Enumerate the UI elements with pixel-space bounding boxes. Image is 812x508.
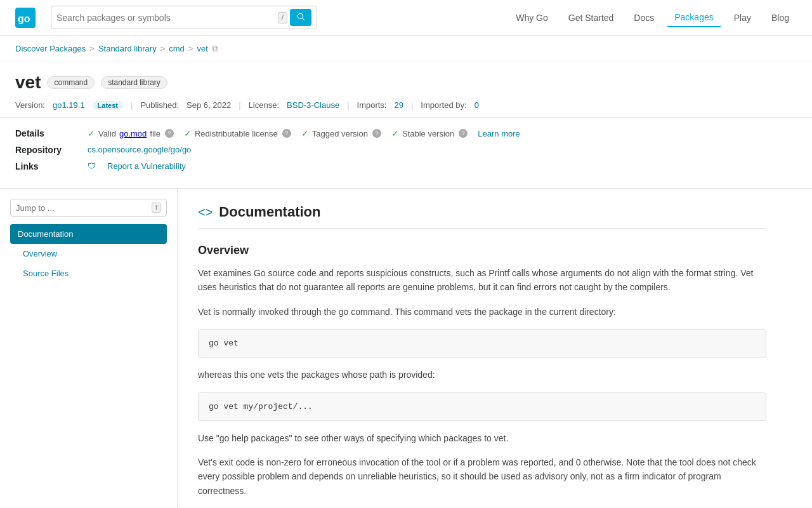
version-label: Version: [15,100,45,110]
breadcrumb-vet[interactable]: vet [197,44,207,53]
details-section: Details ✓ Valid go.mod file ? ✓ Redistri… [0,118,812,189]
search-input[interactable] [56,13,275,23]
search-icon [296,12,305,21]
shield-icon: 🛡 [88,161,96,171]
repository-link[interactable]: cs.opensource.google/go/go [88,145,191,154]
stable-version-item: ✓ Stable version ? [391,128,468,138]
latest-badge: Latest [93,101,123,110]
nav-blog[interactable]: Blog [764,9,797,27]
breadcrumb-sep-3: > [188,44,193,53]
package-title-row: vet command standard library [15,72,797,93]
tagged-version-item: ✓ Tagged version ? [301,128,381,138]
license-link[interactable]: BSD-3-Clause [287,100,339,110]
check-icon-stable: ✓ [391,128,399,138]
stable-version-text: Stable version [402,129,454,138]
gomod-link[interactable]: go.mod [119,129,147,138]
package-name: vet [15,72,41,93]
stdlib-badge: standard library [101,76,167,89]
tagged-version-text: Tagged version [312,129,368,138]
file-label: file [150,129,160,138]
check-icon-tagged: ✓ [301,128,309,138]
package-meta: Version: go1.19.1 Latest | Published: Se… [15,100,797,110]
sidebar-documentation-section: Documentation Overview [10,224,167,262]
doc-content: <> Documentation Overview Vet examines G… [178,189,787,508]
check-icon-gomod: ✓ [88,128,95,138]
main-content: f Documentation Overview Source Files <>… [0,189,812,508]
code-block-1: go vet [198,329,766,358]
doc-paragraph-2: Vet is normally invoked through the go c… [198,305,766,319]
sidebar-documentation-header[interactable]: Documentation [10,224,167,244]
repository-label: Repository [15,145,72,155]
header: go / Why Go Get Started Docs Packages Pl… [0,0,812,36]
copy-path-icon[interactable]: ⧉ [212,43,218,54]
documentation-heading: Documentation [219,204,320,220]
sidebar-source-files-item[interactable]: Source Files [10,265,167,282]
details-value: ✓ Valid go.mod file ? ✓ Redistributable … [88,128,520,138]
links-value: 🛡 Report a Vulnerability [88,161,186,171]
sidebar: f Documentation Overview Source Files [0,189,178,508]
jump-input-container: f [10,199,167,217]
jump-input[interactable] [16,203,149,213]
published-value: Sep 6, 2022 [187,100,231,110]
breadcrumb-sep-2: > [160,44,166,53]
links-label: Links [15,161,72,171]
details-row: Details ✓ Valid go.mod file ? ✓ Redistri… [15,128,797,138]
command-badge: command [47,76,95,89]
code-brackets-icon: <> [198,205,213,220]
doc-title-row: <> Documentation [198,204,766,229]
valid-gomod-item: ✓ Valid go.mod file ? [88,128,174,138]
valid-text: Valid [98,129,116,138]
redist-info-icon[interactable]: ? [282,129,291,138]
sidebar-overview-item[interactable]: Overview [10,245,167,262]
version-link[interactable]: go1.19.1 [53,100,85,110]
doc-paragraph-1: Vet examines Go source code and reports … [198,266,766,295]
jump-key-badge: f [152,203,161,213]
doc-paragraph-3: whereas this one vets the packages whose… [198,368,766,382]
svg-point-2 [298,13,303,18]
imported-by-label: Imported by: [421,100,466,110]
nav-packages[interactable]: Packages [667,8,721,27]
doc-paragraph-4: Use "go help packages" to see other ways… [198,431,766,445]
package-header: vet command standard library Version: go… [0,62,812,118]
redistributable-item: ✓ Redistributable license ? [184,128,291,138]
search-container: / [51,6,317,29]
imports-label: Imports: [357,100,387,110]
go-logo-icon: go [15,8,36,28]
search-button[interactable] [290,9,311,26]
svg-text:go: go [18,13,30,24]
doc-paragraph-5: Vet's exit code is non-zero for erroneou… [198,455,766,498]
main-nav: Why Go Get Started Docs Packages Play Bl… [508,8,797,27]
gomod-info-icon[interactable]: ? [165,129,174,138]
repository-row: Repository cs.opensource.google/go/go [15,145,797,155]
imported-by-link[interactable]: 0 [475,100,479,110]
details-label: Details [15,128,72,138]
breadcrumb-sep-1: > [89,44,95,53]
breadcrumb-discover[interactable]: Discover Packages [15,44,86,53]
published-label: Published: [140,100,179,110]
search-slash-badge: / [278,12,287,23]
nav-play[interactable]: Play [726,9,759,27]
nav-why-go[interactable]: Why Go [508,9,556,27]
check-icon-redist: ✓ [184,128,192,138]
logo-link[interactable]: go [15,8,36,28]
nav-docs[interactable]: Docs [626,9,662,27]
tagged-info-icon[interactable]: ? [372,129,381,138]
imports-link[interactable]: 29 [395,100,403,110]
vulnerability-link[interactable]: Report a Vulnerability [107,161,186,171]
breadcrumb-cmd[interactable]: cmd [169,44,185,53]
learn-more-link[interactable]: Learn more [478,129,520,138]
repository-value: cs.opensource.google/go/go [88,145,191,154]
stable-info-icon[interactable]: ? [459,129,468,138]
redistributable-text: Redistributable license [195,129,278,138]
svg-line-3 [303,18,304,20]
license-label: License: [249,100,279,110]
links-row: Links 🛡 Report a Vulnerability [15,161,797,171]
nav-get-started[interactable]: Get Started [561,9,622,27]
code-block-2: go vet my/project/... [198,392,766,421]
breadcrumb: Discover Packages > Standard library > c… [0,36,812,62]
overview-heading: Overview [198,244,766,257]
breadcrumb-stdlib[interactable]: Standard library [98,44,157,53]
